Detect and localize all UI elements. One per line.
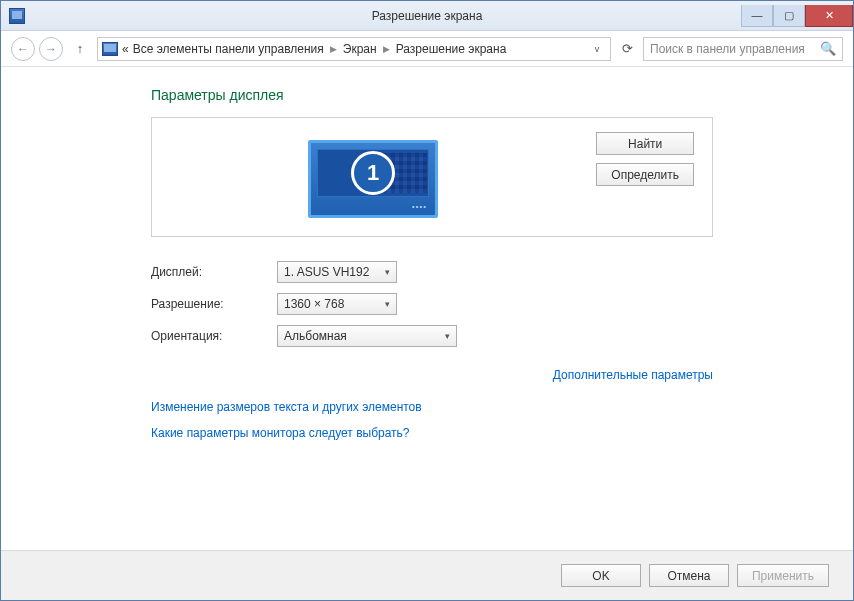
cancel-button[interactable]: Отмена: [649, 564, 729, 587]
breadcrumb-item[interactable]: Разрешение экрана: [396, 42, 507, 56]
advanced-settings-link[interactable]: Дополнительные параметры: [553, 368, 713, 382]
monitor-preview[interactable]: 1 ••••: [308, 140, 438, 218]
display-preview-box: 1 •••• Найти Определить: [151, 117, 713, 237]
find-button[interactable]: Найти: [596, 132, 694, 155]
display-value: 1. ASUS VH192: [284, 265, 369, 279]
navbar: ← → ↑ « Все элементы панели управления ▶…: [1, 31, 853, 67]
resolution-value: 1360 × 768: [284, 297, 344, 311]
search-placeholder: Поиск в панели управления: [650, 42, 805, 56]
orientation-label: Ориентация:: [151, 329, 277, 343]
address-bar[interactable]: « Все элементы панели управления ▶ Экран…: [97, 37, 611, 61]
close-button[interactable]: ✕: [805, 5, 853, 27]
chevron-right-icon: ▶: [381, 44, 392, 54]
chevron-right-icon: ▶: [328, 44, 339, 54]
maximize-button[interactable]: ▢: [773, 5, 805, 27]
breadcrumb-prefix: «: [122, 42, 129, 56]
display-select[interactable]: 1. ASUS VH192 ▾: [277, 261, 397, 283]
search-icon: 🔍: [820, 41, 836, 56]
breadcrumb-item[interactable]: Все элементы панели управления: [133, 42, 324, 56]
ok-button[interactable]: OK: [561, 564, 641, 587]
window-buttons: — ▢ ✕: [741, 5, 853, 27]
chevron-down-icon: ▾: [377, 299, 390, 309]
monitor-number-badge: 1: [351, 151, 395, 195]
titlebar[interactable]: Разрешение экрана — ▢ ✕: [1, 1, 853, 31]
text-size-link[interactable]: Изменение размеров текста и других элеме…: [151, 400, 422, 414]
page-heading: Параметры дисплея: [151, 87, 713, 103]
chevron-down-icon: ▾: [437, 331, 450, 341]
display-label: Дисплей:: [151, 265, 277, 279]
breadcrumb-item[interactable]: Экран: [343, 42, 377, 56]
orientation-value: Альбомная: [284, 329, 347, 343]
address-dropdown-icon[interactable]: v: [588, 44, 606, 54]
minimize-button[interactable]: —: [741, 5, 773, 27]
window-title: Разрешение экрана: [372, 9, 483, 23]
up-button[interactable]: ↑: [71, 40, 89, 58]
apply-button: Применить: [737, 564, 829, 587]
refresh-button[interactable]: ⟳: [615, 37, 639, 61]
forward-button[interactable]: →: [39, 37, 63, 61]
dialog-footer: OK Отмена Применить: [1, 550, 853, 600]
identify-button[interactable]: Определить: [596, 163, 694, 186]
monitor-icon: [102, 42, 118, 56]
window: Разрешение экрана — ▢ ✕ ← → ↑ « Все элем…: [0, 0, 854, 601]
resolution-select[interactable]: 1360 × 768 ▾: [277, 293, 397, 315]
content-area: Параметры дисплея 1 •••• Найти Определит…: [1, 67, 853, 550]
search-input[interactable]: Поиск в панели управления 🔍: [643, 37, 843, 61]
orientation-select[interactable]: Альбомная ▾: [277, 325, 457, 347]
chevron-down-icon: ▾: [377, 267, 390, 277]
which-params-link[interactable]: Какие параметры монитора следует выбрать…: [151, 426, 410, 440]
resolution-label: Разрешение:: [151, 297, 277, 311]
app-icon: [9, 8, 25, 24]
dots-icon: ••••: [412, 202, 427, 211]
back-button[interactable]: ←: [11, 37, 35, 61]
